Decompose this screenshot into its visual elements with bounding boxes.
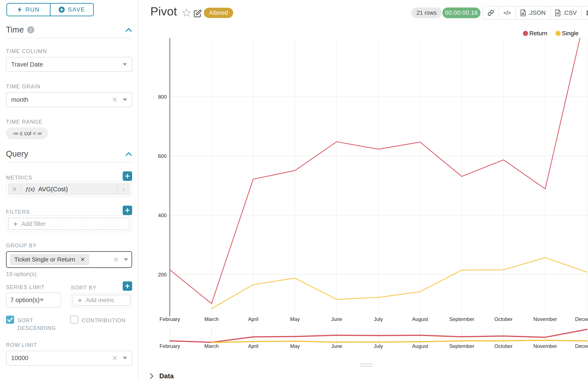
save-button[interactable]: SAVE <box>50 4 93 16</box>
csv-file-icon <box>555 9 561 16</box>
series-limit-label: SERIES LIMIT <box>6 284 61 290</box>
x-tick-label: February <box>160 316 180 322</box>
edit-title-icon[interactable] <box>194 9 202 18</box>
time-column-select[interactable]: Travel Date <box>6 57 132 72</box>
mini-x-label: December <box>575 343 588 349</box>
resize-drag-handle[interactable] <box>360 363 373 368</box>
plus-icon <box>125 208 130 213</box>
advanced-analytics-header[interactable]: Advanced Analytics i <box>6 379 132 380</box>
link-icon <box>487 10 494 16</box>
clear-icon[interactable]: ✕ <box>112 96 118 103</box>
filters-box: + Add filter <box>6 215 132 232</box>
altered-badge[interactable]: Altered <box>204 8 233 18</box>
series-limit-value: 7 option(s) <box>10 297 40 304</box>
caret-down-icon <box>40 299 44 302</box>
more-options-button[interactable] <box>581 6 588 19</box>
export-toolbar: </> .JSON .CSV <box>483 6 588 20</box>
range-selector-minichart[interactable]: FebruaryMarchAprilMayJuneJulyAugustSepte… <box>141 327 588 351</box>
contribution-checkbox[interactable] <box>70 316 78 324</box>
clear-icon[interactable]: ✕ <box>113 256 119 263</box>
sort-descending-label: SORT DESCENDING <box>18 316 70 332</box>
y-tick-label: 600 <box>158 153 167 159</box>
time-range-pill[interactable]: -∞ ≤ col < ∞ <box>6 128 48 139</box>
run-button[interactable]: RUN <box>7 4 50 16</box>
mini-series-line-single <box>212 340 587 342</box>
plus-icon <box>125 173 130 179</box>
mini-x-label: October <box>494 343 513 349</box>
mini-x-label: April <box>248 343 259 349</box>
x-tick-label: April <box>248 316 259 322</box>
mini-x-label: August <box>412 343 428 349</box>
check-icon <box>7 317 13 322</box>
query-timer-pill: 00:00:00.16 <box>442 7 481 18</box>
csv-button-label: .CSV <box>563 9 577 16</box>
metric-pill[interactable]: ✕ ƒ(x) AVG(Cost) › <box>8 183 130 195</box>
json-file-icon <box>520 9 526 16</box>
series-limit-select[interactable]: 7 option(s) <box>6 292 61 307</box>
metrics-label: METRICS <box>6 175 32 181</box>
query-section-header[interactable]: Query <box>6 149 132 159</box>
chart-title: Pivot <box>150 4 177 18</box>
data-section-label: Data <box>159 372 174 380</box>
section-divider <box>6 38 132 38</box>
json-button-label: .JSON <box>528 9 546 16</box>
row-count-pill: 21 rows <box>411 7 442 18</box>
mini-x-label: November <box>533 343 557 349</box>
clear-icon[interactable]: ✕ <box>112 355 118 361</box>
run-save-button-group: RUN SAVE <box>6 3 94 16</box>
contribution-label: CONTRIBUTION <box>82 316 126 324</box>
group-by-select[interactable]: Ticket Single or Return ✕ ✕ <box>6 251 132 268</box>
line-chart[interactable]: 200400600800FebruaryMarchAprilMayJuneJul… <box>141 21 588 329</box>
mini-x-label: June <box>331 343 342 349</box>
x-tick-label: October <box>494 316 513 322</box>
caret-down-icon <box>123 63 127 66</box>
row-limit-select[interactable]: 10000 ✕ <box>6 351 132 366</box>
favorite-star-icon[interactable] <box>182 8 191 18</box>
control-panel-sidebar: RUN SAVE Time i TIME COLUMN Travel Date … <box>0 0 138 380</box>
remove-pill-icon[interactable]: ✕ <box>80 256 85 263</box>
group-by-pill[interactable]: Ticket Single or Return ✕ <box>10 254 89 265</box>
lightning-bolt-icon <box>17 6 22 13</box>
x-tick-label: March <box>204 316 219 322</box>
chevron-up-icon[interactable] <box>125 28 132 32</box>
chevron-up-icon[interactable] <box>125 152 132 156</box>
time-section-title: Time <box>6 25 24 35</box>
remove-metric-icon[interactable]: ✕ <box>9 184 21 194</box>
time-section-header[interactable]: Time i <box>6 25 132 35</box>
info-icon[interactable]: i <box>27 26 34 33</box>
mini-x-label: March <box>204 343 219 349</box>
share-link-button[interactable] <box>483 6 499 19</box>
time-grain-select[interactable]: month ✕ <box>6 92 132 107</box>
caret-down-icon <box>123 357 127 360</box>
x-tick-label: May <box>290 316 300 322</box>
caret-down-icon <box>123 98 127 101</box>
caret-down-icon <box>124 258 128 261</box>
add-filter-label: Add filter <box>21 220 46 228</box>
sort-descending-checkbox[interactable] <box>6 316 14 324</box>
add-sort-metric-button[interactable] <box>123 281 132 291</box>
chevron-right-icon <box>149 373 154 379</box>
time-column-value: Travel Date <box>11 61 123 68</box>
advanced-analytics-title: Advanced Analytics <box>6 379 77 380</box>
row-limit-value: 10000 <box>11 355 112 361</box>
export-csv-button[interactable]: .CSV <box>550 6 581 19</box>
metric-value: AVG(Cost) <box>38 186 68 193</box>
y-tick-label: 800 <box>158 94 167 100</box>
add-filter-button[interactable] <box>123 206 132 215</box>
add-metric-button[interactable] <box>123 171 132 181</box>
time-grain-label: TIME GRAIN <box>6 83 132 90</box>
metrics-box: ✕ ƒ(x) AVG(Cost) › <box>6 181 132 197</box>
panel-divider[interactable] <box>138 0 139 380</box>
expand-metric-icon[interactable]: › <box>117 184 130 194</box>
add-sort-metric-dropzone[interactable]: + Add metric <box>73 295 130 306</box>
mini-x-label: February <box>160 343 180 349</box>
x-tick-label: December <box>575 316 588 322</box>
sort-by-box: + Add metric <box>71 293 132 307</box>
series-line-single[interactable] <box>212 258 587 308</box>
export-json-button[interactable]: .JSON <box>515 6 550 19</box>
time-grain-value: month <box>11 96 112 103</box>
add-filter-dropzone[interactable]: + Add filter <box>8 218 130 230</box>
data-section-toggle[interactable]: Data <box>149 372 174 380</box>
view-query-button[interactable]: </> <box>499 6 515 19</box>
fx-icon: ƒ(x) <box>25 186 35 192</box>
